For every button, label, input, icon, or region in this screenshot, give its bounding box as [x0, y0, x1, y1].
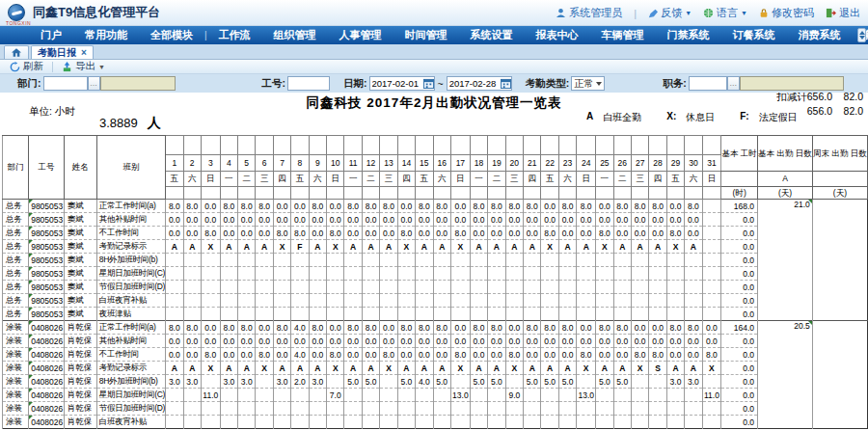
day-value-cell: 0.0	[649, 335, 666, 348]
app-window: TONGXIN 同鑫T9信息化管理平台 系统管理员 | 反馈 ▼ 语言 ▼ 修改…	[0, 0, 868, 430]
day-value-cell	[416, 294, 433, 308]
day-value-cell	[433, 402, 450, 416]
logout-link[interactable]: 退出	[826, 6, 860, 20]
day-value-cell	[416, 254, 433, 267]
day-value-cell	[577, 294, 596, 308]
day-value-cell	[166, 267, 183, 281]
menu-item[interactable]: 车辆管理	[590, 28, 656, 42]
date-to-field[interactable]	[447, 76, 512, 91]
attendance-mark-cell: X	[702, 362, 721, 375]
day-value-cell: 0.0	[256, 321, 273, 335]
weekday-header: 日	[577, 172, 596, 187]
day-value-cell	[470, 416, 487, 429]
day-value-cell	[397, 402, 415, 416]
attendance-mark-cell: A	[613, 240, 631, 254]
attendance-mark-cell: X	[201, 362, 220, 375]
day-value-cell: 0.0	[488, 348, 505, 362]
table-row: 涂装0408026肖乾保8H外加班时间(b)3.03.03.03.03.02.0…	[3, 375, 868, 389]
day-value-cell: 0.0	[505, 335, 523, 348]
menu-item[interactable]: 订餐系统	[721, 28, 787, 42]
table-row: 涂装0408026肖乾保白班夜宵补贴0.0	[3, 416, 868, 429]
change-password-link[interactable]: 修改密码	[759, 6, 814, 20]
day-value-cell	[344, 267, 362, 281]
table-row: 涂装0408026肖乾保考勤记录标示AAXAAXAAAXAAXAAAXAAXAA…	[3, 362, 868, 375]
day-value-cell	[702, 227, 721, 240]
menu-item[interactable]: 组织管理	[262, 28, 328, 42]
day-value-cell: 4.0	[291, 348, 309, 362]
day-unit-spacer	[558, 187, 576, 200]
current-user[interactable]: 系统管理员	[556, 6, 622, 20]
menu-item[interactable]: 全部模块	[139, 28, 204, 42]
feedback-link[interactable]: 反馈 ▼	[648, 6, 692, 20]
legend-item: A白班全勤	[586, 111, 641, 124]
day-value-cell	[524, 308, 541, 321]
menu-item[interactable]: 消费系统	[787, 28, 853, 42]
day-value-cell	[166, 281, 183, 294]
top-bar: TONGXIN 同鑫T9信息化管理平台 系统管理员 | 反馈 ▼ 语言 ▼ 修改…	[0, 0, 868, 26]
close-icon[interactable]: ×	[81, 48, 87, 58]
day-value-cell	[702, 294, 721, 308]
empid-cell: 9805053	[29, 308, 65, 321]
day-value-cell: 3.0	[309, 375, 326, 389]
day-value-cell: 0.0	[291, 335, 309, 348]
duty-lookup-button[interactable]: …	[727, 76, 740, 91]
day-value-cell	[183, 254, 201, 267]
day-value-cell	[291, 281, 309, 294]
weekend-days-cell	[812, 200, 867, 321]
tab-home[interactable]	[4, 45, 29, 59]
scroll-down-icon	[859, 36, 865, 40]
menu-item[interactable]: 常用功能	[73, 28, 139, 42]
menu-item[interactable]: 门户	[29, 28, 73, 42]
empid-cell: 9805053	[29, 240, 65, 254]
day-value-cell	[238, 402, 256, 416]
dept-lookup-button[interactable]: …	[88, 76, 100, 91]
day-header-spacer	[416, 136, 433, 155]
dept-input[interactable]	[43, 76, 88, 91]
day-value-cell	[541, 267, 558, 281]
refresh-button[interactable]: 刷新	[3, 60, 50, 73]
day-value-cell: 8.0	[524, 200, 541, 213]
row-total-cell: 0.0	[721, 240, 758, 254]
attendance-type-select[interactable]: 正常	[571, 76, 605, 91]
empid-cell: 0408026	[29, 389, 65, 402]
report-area: 同鑫科技 2017年2月出勤状况管理一览表 单位: 小时 3.8889人 A白班…	[0, 93, 868, 430]
day-value-cell	[397, 416, 415, 429]
chevron-down-icon	[596, 82, 602, 86]
day-unit-spacer	[577, 187, 596, 200]
day-value-cell	[470, 402, 487, 416]
menu-item[interactable]: 工作流	[207, 28, 262, 42]
empid-input[interactable]	[287, 76, 330, 91]
day-value-cell: 0.0	[666, 348, 684, 362]
day-header-spacer	[201, 136, 220, 155]
day-value-cell	[433, 389, 450, 402]
day-value-cell	[273, 308, 290, 321]
duty-input[interactable]	[689, 76, 727, 91]
menu-scroll-widget[interactable]	[857, 28, 866, 42]
menu-item[interactable]: 时间管理	[393, 28, 459, 42]
day-number-header: 26	[613, 155, 631, 172]
attendance-days-cell: 21.0	[758, 200, 813, 321]
day-value-cell	[201, 375, 220, 389]
attendance-mark-cell: A	[631, 240, 648, 254]
menu-item[interactable]: 系统设置	[459, 28, 525, 42]
day-header-spacer	[577, 136, 596, 155]
menu-item[interactable]: 人事管理	[328, 28, 393, 42]
export-button[interactable]: 导出 ▼	[55, 60, 112, 73]
calendar-icon[interactable]	[501, 78, 511, 89]
row-total-cell: 0.0	[721, 402, 758, 416]
attendance-mark-cell: X	[201, 240, 220, 254]
language-link[interactable]: 语言 ▼	[703, 6, 747, 20]
day-unit-spacer	[309, 187, 326, 200]
weekday-header: 五	[666, 172, 684, 187]
menu-item[interactable]: 报表中心	[525, 28, 590, 42]
day-value-cell	[256, 416, 273, 429]
tab-attendance-report[interactable]: 考勤日报 ×	[31, 45, 94, 59]
name-cell: 肖乾保	[64, 416, 96, 429]
calendar-icon[interactable]	[423, 78, 434, 89]
day-value-cell	[433, 254, 450, 267]
day-header-spacer	[524, 136, 541, 155]
day-value-cell	[470, 254, 487, 267]
menu-item[interactable]: 门禁系统	[656, 28, 721, 42]
date-from-field[interactable]	[369, 76, 435, 91]
day-value-cell	[488, 267, 505, 281]
